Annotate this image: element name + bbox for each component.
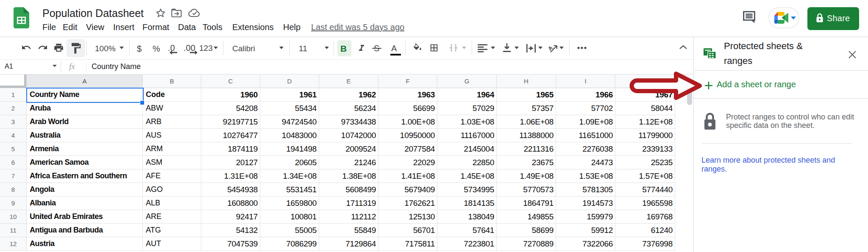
svg-text:A: A <box>548 44 554 52</box>
